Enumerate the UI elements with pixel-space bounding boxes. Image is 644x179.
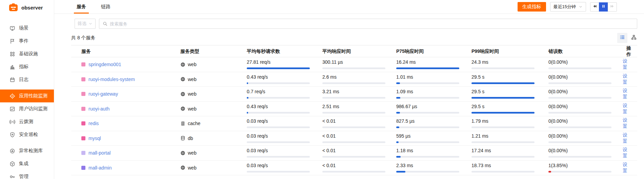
generate-metrics-button[interactable]: 生成指标: [518, 2, 546, 12]
topbar: 服务 链路 生成指标 最近15分钟: [54, 0, 644, 14]
sidebar-item[interactable]: 云拨测: [0, 115, 54, 128]
service-name-link[interactable]: mall-portal: [88, 150, 110, 156]
monitor-icon: [9, 25, 15, 31]
sidebar-item[interactable]: 管理: [0, 170, 54, 179]
tab-bar: 服务 链路: [76, 0, 111, 14]
tab-label: 链路: [101, 4, 110, 10]
sidebar-item[interactable]: 安全巡检: [0, 128, 54, 141]
sidebar-item[interactable]: 日志: [0, 73, 54, 86]
progress-fill: [471, 112, 535, 114]
column-header: 服务类型: [180, 48, 247, 55]
signal-icon: [9, 119, 15, 125]
globe-icon: [180, 92, 185, 97]
sidebar-item[interactable]: 异常检测库: [0, 144, 54, 157]
avg-response-metric: < 0.01: [322, 116, 396, 131]
p75-metric: 1.18 ms: [396, 146, 471, 160]
tab[interactable]: 链路: [100, 0, 111, 14]
rewind-icon: [592, 4, 597, 10]
filter-select[interactable]: 筛选: [75, 19, 96, 29]
rps-metric: 0.03 req/s: [247, 146, 322, 160]
avg-response-value: 2.6 ms: [322, 74, 396, 80]
command-icon: [9, 51, 15, 57]
settings-link[interactable]: 设置: [623, 58, 631, 71]
errors-metric: 0(0.00%): [548, 87, 623, 101]
service-name-link[interactable]: redis: [88, 121, 99, 126]
sidebar-item[interactable]: 集成: [0, 157, 54, 170]
tree-view-button[interactable]: [629, 33, 639, 43]
progress-fill: [396, 156, 401, 158]
tree-view-icon: [631, 35, 637, 41]
sidebar-item[interactable]: 应用性能监测: [0, 90, 54, 102]
service-color-marker: [81, 92, 85, 96]
column-header: P75响应时间: [396, 48, 471, 55]
avg-response-value: 3.21 ms: [322, 89, 396, 95]
p75-metric: 827.5 µs: [396, 116, 471, 131]
service-name-link[interactable]: springdemo001: [88, 62, 121, 67]
services-table: 服务 服务类型 平均每秒请求数 平均响应时间 P75响应时间 P99响应时间 错…: [71, 45, 637, 175]
errors-value: 0(0.00%): [548, 104, 623, 110]
service-name-link[interactable]: ruoyi-modules-system: [88, 77, 135, 82]
sidebar-item[interactable]: 事件: [0, 35, 54, 47]
settings-link[interactable]: 设置: [623, 162, 631, 174]
p99-value: 18.73 ms: [471, 163, 548, 168]
service-color-marker: [81, 166, 85, 170]
rps-metric: 0.43 req/s: [247, 102, 322, 116]
progress-track: [396, 112, 459, 114]
settings-link[interactable]: 设置: [623, 88, 631, 100]
service-type-label: cache: [188, 121, 200, 126]
errors-value: 0(0.00%): [548, 148, 623, 154]
p99-value: 24.3 ms: [471, 59, 548, 65]
service-name-link[interactable]: ruoyi-gateway: [88, 91, 118, 97]
errors-value: 0(0.00%): [548, 59, 623, 65]
settings-link[interactable]: 设置: [623, 103, 631, 115]
avg-response-metric: 300.11 µs: [322, 57, 396, 72]
sidebar-item[interactable]: 指标: [0, 60, 54, 73]
p75-metric: 1.01 ms: [396, 72, 471, 87]
settings-link[interactable]: 设置: [623, 117, 631, 130]
fast-forward-button[interactable]: [608, 2, 617, 12]
filter-select-label: 筛选: [78, 21, 86, 27]
service-name-link[interactable]: ruoyi-auth: [88, 106, 109, 112]
sidebar-item[interactable]: 场景: [0, 22, 54, 35]
sidebar-item[interactable]: 基础设施: [0, 47, 54, 60]
table-header: 服务 服务类型 平均每秒请求数 平均响应时间 P75响应时间 P99响应时间 错…: [71, 45, 637, 57]
p75-value: 16.24 ms: [396, 59, 471, 65]
tab[interactable]: 服务: [76, 0, 87, 14]
p99-metric: 24.3 ms: [471, 57, 548, 72]
sidebar-item[interactable]: 用户访问监测: [0, 102, 54, 115]
progress-track: [548, 156, 611, 158]
service-name-link[interactable]: mysql: [88, 136, 101, 141]
bar-chart-icon: [9, 64, 15, 70]
calendar-icon: [9, 77, 15, 83]
search-input[interactable]: [110, 21, 633, 26]
rewind-button[interactable]: [590, 2, 599, 12]
avg-response-value: 2.51 ms: [322, 104, 396, 110]
avg-response-value: < 0.01: [322, 118, 396, 124]
service-name-link[interactable]: mall-admin: [88, 165, 112, 171]
progress-track: [471, 67, 535, 69]
progress-track: [548, 67, 611, 69]
settings-link[interactable]: 设置: [623, 147, 631, 159]
progress-track: [548, 82, 611, 84]
sidebar-item-label: 管理: [19, 174, 28, 179]
service-color-marker: [81, 107, 85, 111]
service-row: mysql db 0.03 req/s: [71, 131, 637, 146]
p75-value: 1.09 ms: [396, 89, 471, 95]
time-range-select[interactable]: 最近15分钟: [550, 2, 586, 12]
service-row: mall-admin web 0.03 req/s: [71, 161, 637, 176]
settings-link[interactable]: 设置: [623, 73, 631, 85]
p99-value: 1.79 ms: [471, 118, 548, 124]
list-view-button[interactable]: [617, 33, 627, 43]
pause-button[interactable]: [599, 2, 608, 12]
globe-icon: [180, 165, 185, 170]
settings-link[interactable]: 设置: [623, 132, 631, 144]
avg-response-value: 300.11 µs: [322, 59, 396, 65]
progress-track: [471, 112, 535, 114]
progress-track: [548, 171, 611, 173]
chevron-down-icon: [88, 22, 93, 26]
p99-metric: 1.79 ms: [471, 116, 548, 131]
browser-chart-icon: [9, 106, 15, 112]
rps-metric: 0.03 req/s: [247, 116, 322, 131]
progress-fill: [247, 112, 248, 114]
avg-response-metric: < 0.01: [322, 131, 396, 146]
